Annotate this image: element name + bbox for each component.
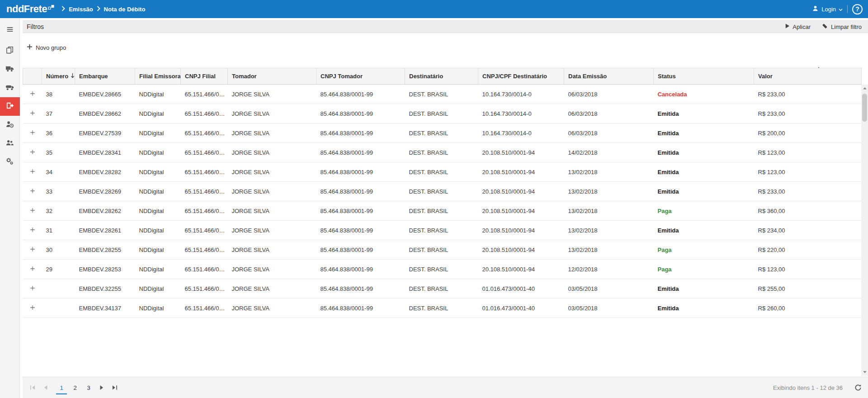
- cell-cnpj-filial: 65.151.466/000...: [181, 143, 228, 162]
- vertical-scrollbar[interactable]: [861, 85, 868, 376]
- chevron-right-icon: [97, 6, 100, 13]
- header-cnpj-filial[interactable]: CNPJ Filial: [181, 68, 228, 85]
- header-valor[interactable]: Valor: [754, 68, 862, 85]
- expand-plus-icon: [30, 285, 35, 292]
- cell-cnpj-tomador: 85.464.838/0001-99: [316, 182, 405, 201]
- header-data-emissao[interactable]: Data Emissão: [564, 68, 654, 85]
- cell-destinatario: DEST. BRASIL: [405, 260, 478, 279]
- header-tomador[interactable]: Tomador: [228, 68, 316, 85]
- sidebar-item-user-history[interactable]: [0, 116, 20, 134]
- cell-tomador: JORGE SILVA: [228, 201, 316, 221]
- refresh-icon[interactable]: [854, 384, 862, 391]
- user-history-icon: [5, 120, 14, 130]
- expand-plus-icon: [30, 110, 35, 117]
- emission-export-icon: [5, 101, 14, 112]
- app-logo-text: nddFrete: [6, 4, 47, 14]
- table-row[interactable]: EMBDEV.32255 NDDigital 65.151.466/000...…: [23, 279, 862, 298]
- app-logo: nddFrete: [6, 4, 54, 14]
- cell-tomador: JORGE SILVA: [228, 182, 316, 201]
- expand-row-button[interactable]: [23, 279, 42, 298]
- apply-filter-button[interactable]: Aplicar: [785, 23, 811, 30]
- login-menu[interactable]: Login: [812, 5, 843, 13]
- cell-cnpj-filial: 65.151.466/000...: [181, 162, 228, 182]
- sidebar-item-settings[interactable]: [0, 153, 20, 171]
- expand-plus-icon: [30, 227, 35, 234]
- expand-row-button[interactable]: [23, 104, 42, 123]
- next-page-button[interactable]: [95, 381, 108, 394]
- table-row[interactable]: 38 EMBDEV.28665 NDDigital 65.151.466/000…: [23, 85, 862, 104]
- apply-filter-label: Aplicar: [793, 24, 811, 30]
- scroll-up-button[interactable]: [861, 85, 868, 92]
- cell-cnpj-tomador: 85.464.838/0001-99: [316, 298, 405, 318]
- expand-row-button[interactable]: [23, 201, 42, 221]
- last-page-button[interactable]: [108, 381, 121, 394]
- table-row[interactable]: EMBDEV.34137 NDDigital 65.151.466/000...…: [23, 298, 862, 318]
- cell-cnpj-tomador: 85.464.838/0001-99: [316, 260, 405, 279]
- expand-row-button[interactable]: [23, 85, 42, 104]
- cell-filial-emissora: NDDigital: [135, 298, 181, 318]
- breadcrumb-nota-de-debito[interactable]: Nota de Débito: [104, 6, 146, 13]
- login-label: Login: [821, 6, 836, 13]
- pager-right: Exibindo itens 1 - 12 de 36: [773, 384, 862, 391]
- status-badge: Emitida: [654, 162, 754, 182]
- grid-body: 38 EMBDEV.28665 NDDigital 65.151.466/000…: [23, 85, 862, 318]
- cell-numero: 32: [42, 201, 75, 221]
- top-bar: nddFrete Emissão Nota de Débito Login ?: [0, 0, 868, 18]
- cell-numero: [42, 298, 75, 318]
- clear-filter-label: Limpar filtro: [831, 24, 862, 30]
- sidebar-item-emission-active[interactable]: [0, 97, 20, 116]
- header-cnpj-tomador[interactable]: CNPJ Tomador: [316, 68, 405, 85]
- table-row[interactable]: 36 EMBDEV.27539 NDDigital 65.151.466/000…: [23, 123, 862, 143]
- cell-embarque: EMBDEV.28662: [75, 104, 135, 123]
- table-row[interactable]: 33 EMBDEV.28269 NDDigital 65.151.466/000…: [23, 182, 862, 201]
- filter-actions: Aplicar Limpar filtro: [785, 23, 862, 31]
- cell-numero: 33: [42, 182, 75, 201]
- table-row[interactable]: 31 EMBDEV.28261 NDDigital 65.151.466/000…: [23, 221, 862, 240]
- pagination-bar: 1 2 3 Exibindo itens 1 - 12 de 36: [23, 377, 868, 398]
- breadcrumb-emissao[interactable]: Emissão: [69, 6, 93, 13]
- expand-plus-icon: [30, 305, 35, 312]
- sidebar-item-truck[interactable]: [0, 60, 20, 79]
- sidebar-item-documents[interactable]: [0, 42, 20, 60]
- previous-page-button[interactable]: [39, 381, 52, 394]
- sidebar-item-tanker-truck[interactable]: [0, 79, 20, 97]
- page-number-3[interactable]: 3: [83, 381, 94, 394]
- table-row[interactable]: 30 EMBDEV.28255 NDDigital 65.151.466/000…: [23, 240, 862, 260]
- expand-row-button[interactable]: [23, 260, 42, 279]
- expand-row-button[interactable]: [23, 221, 42, 240]
- table-row[interactable]: 37 EMBDEV.28662 NDDigital 65.151.466/000…: [23, 104, 862, 123]
- header-filial-emissora[interactable]: Filial Emissora: [135, 68, 181, 85]
- cell-cnpj-tomador: 85.464.838/0001-99: [316, 104, 405, 123]
- plus-icon: [27, 44, 33, 51]
- sidebar-item-menu[interactable]: [0, 21, 20, 39]
- expand-row-button[interactable]: [23, 162, 42, 182]
- page-number-2[interactable]: 2: [70, 381, 80, 394]
- header-numero-label: Número: [46, 73, 68, 80]
- clear-filter-button[interactable]: Limpar filtro: [821, 23, 862, 31]
- expand-row-button[interactable]: [23, 240, 42, 260]
- table-row[interactable]: 29 EMBDEV.28253 NDDigital 65.151.466/000…: [23, 260, 862, 279]
- user-icon: [812, 5, 819, 13]
- expand-row-button[interactable]: [23, 298, 42, 318]
- scroll-down-button[interactable]: [861, 369, 868, 376]
- first-page-button[interactable]: [26, 381, 39, 394]
- expand-row-button[interactable]: [23, 182, 42, 201]
- help-button[interactable]: ?: [852, 4, 863, 14]
- expand-plus-icon: [30, 169, 35, 175]
- cell-tomador: JORGE SILVA: [228, 104, 316, 123]
- page-number-1[interactable]: 1: [56, 381, 67, 394]
- scrollbar-thumb[interactable]: [862, 94, 867, 122]
- sidebar-item-groups[interactable]: [0, 134, 20, 153]
- header-status[interactable]: Status: [654, 68, 754, 85]
- header-cnpj-cpf-destinatario[interactable]: CNPJ/CPF Destinatário: [478, 68, 564, 85]
- header-embarque[interactable]: Embarque: [75, 68, 135, 85]
- chevron-down-icon: [839, 6, 843, 13]
- table-row[interactable]: 32 EMBDEV.28262 NDDigital 65.151.466/000…: [23, 201, 862, 221]
- expand-row-button[interactable]: [23, 123, 42, 143]
- table-row[interactable]: 34 EMBDEV.28282 NDDigital 65.151.466/000…: [23, 162, 862, 182]
- expand-row-button[interactable]: [23, 143, 42, 162]
- header-destinatario[interactable]: Destinatário: [405, 68, 478, 85]
- new-group-button[interactable]: Novo grupo: [27, 44, 66, 51]
- header-numero[interactable]: Número: [42, 68, 75, 85]
- table-row[interactable]: 35 EMBDEV.28341 NDDigital 65.151.466/000…: [23, 143, 862, 162]
